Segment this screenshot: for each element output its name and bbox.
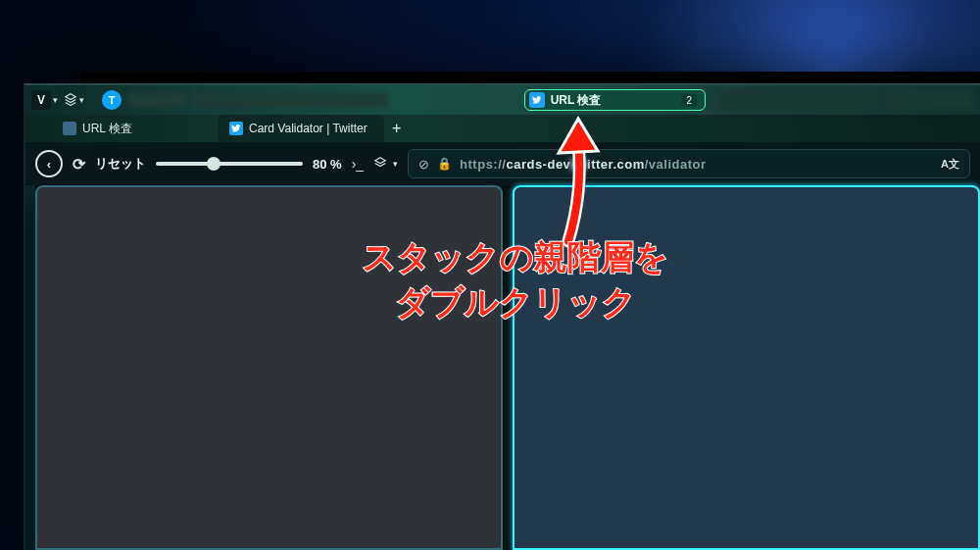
tile-icon[interactable]	[373, 156, 387, 173]
app-badge-icon: T	[102, 90, 122, 110]
tab-label: Card Validator | Twitter	[249, 122, 368, 135]
zoom-slider[interactable]	[156, 162, 303, 166]
shield-icon[interactable]: ⊘	[418, 157, 429, 172]
annotation-arrow	[529, 114, 608, 251]
new-tab-button[interactable]: +	[384, 115, 409, 142]
svg-marker-0	[559, 119, 598, 153]
zoom-value: 80 %	[313, 157, 342, 172]
twitter-icon	[529, 92, 545, 108]
stack-icon[interactable]	[64, 92, 77, 109]
stack-parent-pill[interactable]: URL 検査 2	[524, 89, 706, 111]
tab-card-validator[interactable]: Card Validator | Twitter	[218, 115, 384, 142]
blurred-pill	[886, 89, 974, 111]
back-button[interactable]: ‹	[35, 150, 63, 177]
annotation-text: スタックの親階層を ダブルクリック	[363, 235, 668, 325]
page-icon	[63, 122, 76, 135]
devtools-icon[interactable]: ›_	[352, 156, 364, 172]
address-bar[interactable]: ⊘ 🔒 https://cards-dev■■itter.com/validat…	[408, 149, 970, 178]
blurred-title	[127, 93, 186, 107]
chevron-down-icon[interactable]: ▾	[393, 159, 398, 169]
stack-pill-label: URL 検査	[551, 92, 602, 109]
twitter-icon	[229, 122, 243, 135]
toolbar: ‹ ⟳ リセット 80 % ›_ ▾ ⊘ 🔒 https://cards-dev…	[25, 142, 980, 185]
tab-strip: URL 検査 Card Validator | Twitter +	[25, 115, 980, 142]
titlebar: V ▾ ▾ T URL 検査 2	[25, 85, 980, 115]
reset-button[interactable]: リセット	[95, 155, 146, 173]
reload-icon[interactable]: ⟳	[73, 155, 85, 174]
chevron-down-icon[interactable]: ▾	[79, 95, 84, 105]
vivaldi-logo[interactable]: V	[31, 90, 51, 110]
lock-icon[interactable]: 🔒	[437, 157, 452, 171]
translate-icon[interactable]: A文	[941, 157, 959, 172]
tab-label: URL 検査	[82, 121, 132, 137]
blurred-pill	[717, 89, 874, 111]
chevron-down-icon[interactable]: ▾	[53, 95, 58, 105]
stack-pill-count: 2	[681, 94, 697, 107]
blurred-title	[192, 93, 388, 107]
tab-url-inspect[interactable]: URL 検査	[51, 115, 218, 142]
